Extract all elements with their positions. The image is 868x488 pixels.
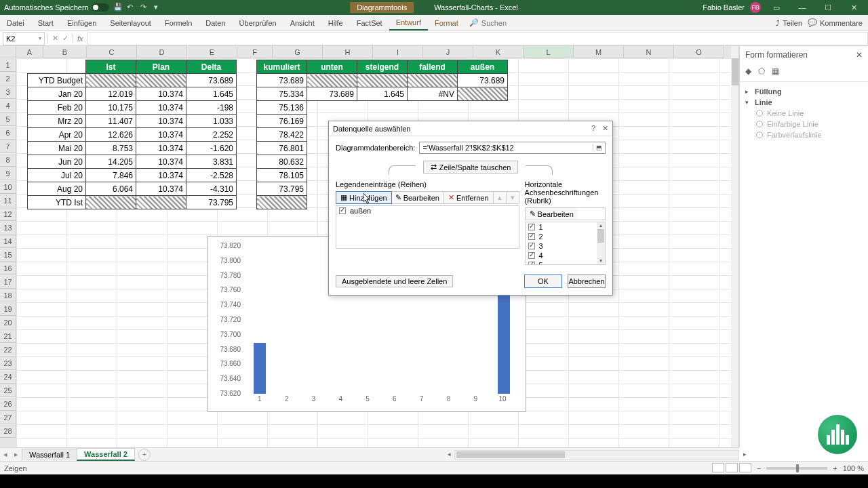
row-header[interactable]: 6: [0, 126, 16, 140]
column-header[interactable]: B: [43, 46, 87, 58]
tab-insert[interactable]: Einfügen: [60, 16, 103, 30]
pane-close-icon[interactable]: ✕: [856, 50, 863, 60]
switch-row-column-button[interactable]: ⇄ Zeile/Spalte tauschen: [423, 161, 519, 174]
edit-axis-button[interactable]: ✎Bearbeiten: [526, 208, 578, 220]
cancel-button[interactable]: Abbrechen: [568, 274, 606, 288]
column-header[interactable]: K: [473, 46, 524, 58]
tab-help[interactable]: Hilfe: [321, 16, 350, 30]
row-header[interactable]: 13: [0, 221, 16, 235]
row-header[interactable]: 10: [0, 180, 16, 194]
line-section[interactable]: ▾Linie: [745, 97, 863, 108]
column-header[interactable]: I: [373, 46, 423, 58]
row-header[interactable]: 28: [0, 424, 16, 438]
effects-icon[interactable]: ⬠: [758, 66, 765, 76]
close-icon[interactable]: ✕: [844, 1, 864, 14]
fx-icon[interactable]: fx: [73, 35, 87, 43]
range-picker-icon[interactable]: ⬒: [593, 144, 602, 151]
tab-format[interactable]: Format: [428, 16, 465, 30]
formula-bar[interactable]: [87, 32, 868, 45]
user-avatar[interactable]: FB: [750, 2, 761, 13]
ribbon-display-icon[interactable]: ▭: [766, 1, 787, 14]
name-box[interactable]: K2▾: [3, 32, 45, 45]
row-header[interactable]: 16: [0, 262, 16, 275]
size-icon[interactable]: ▦: [772, 66, 779, 76]
sheet-nav-next[interactable]: ▸: [11, 450, 22, 459]
maximize-icon[interactable]: ☐: [818, 1, 838, 14]
fill-section[interactable]: ▸Füllung: [745, 86, 863, 97]
checkbox[interactable]: [528, 262, 535, 265]
tab-formulas[interactable]: Formeln: [158, 16, 199, 30]
line-option-none[interactable]: Keine Linie: [745, 108, 863, 119]
tab-design[interactable]: Entwurf: [389, 16, 428, 30]
fill-line-icon[interactable]: ◆: [745, 66, 751, 76]
redo-icon[interactable]: ↷: [140, 3, 150, 12]
row-header[interactable]: 2: [0, 72, 16, 85]
row-header[interactable]: 9: [0, 167, 16, 180]
column-header[interactable]: L: [524, 46, 574, 58]
cancel-fx-icon[interactable]: ✕: [52, 34, 58, 43]
row-header[interactable]: 27: [0, 411, 16, 424]
checkbox[interactable]: [528, 233, 535, 240]
zoom-slider[interactable]: [766, 467, 827, 470]
tab-view[interactable]: Ansicht: [283, 16, 321, 30]
share-button[interactable]: ⤴Teilen: [776, 19, 802, 27]
row-header[interactable]: 22: [0, 343, 16, 357]
row-header[interactable]: 25: [0, 384, 16, 397]
column-header[interactable]: M: [574, 46, 624, 58]
search-box[interactable]: 🔎 Suchen: [469, 18, 507, 27]
new-sheet-button[interactable]: +: [138, 449, 151, 461]
tab-review[interactable]: Überprüfen: [233, 16, 283, 30]
column-header[interactable]: G: [273, 46, 323, 58]
undo-icon[interactable]: ↶: [127, 3, 136, 12]
dialog-close-icon[interactable]: ✕: [602, 124, 608, 133]
row-header[interactable]: 18: [0, 289, 16, 302]
sheet-nav-prev[interactable]: ◂: [0, 450, 11, 459]
row-header[interactable]: 23: [0, 357, 16, 370]
column-header[interactable]: E: [187, 46, 237, 58]
row-header[interactable]: 11: [0, 194, 16, 207]
view-buttons[interactable]: [711, 463, 751, 474]
row-header[interactable]: 26: [0, 397, 16, 411]
row-header[interactable]: 7: [0, 140, 16, 153]
move-down-button[interactable]: ▾: [507, 192, 519, 203]
row-header[interactable]: 3: [0, 85, 16, 99]
checkbox[interactable]: [528, 243, 535, 249]
column-header[interactable]: O: [674, 46, 724, 58]
hidden-empty-cells-button[interactable]: Ausgeblendete und leere Zellen: [336, 275, 453, 287]
line-option-gradient[interactable]: Farbverlaufslinie: [745, 129, 863, 140]
sheet-tab[interactable]: Wasserfall 2: [77, 448, 135, 461]
tab-file[interactable]: Datei: [0, 16, 31, 30]
column-header[interactable]: C: [87, 46, 137, 58]
autosave-toggle[interactable]: Automatisches Speichern: [4, 3, 109, 12]
qat-customize-icon[interactable]: ▾: [154, 3, 163, 12]
column-header[interactable]: N: [624, 46, 674, 58]
column-header[interactable]: H: [323, 46, 373, 58]
horizontal-scrollbar[interactable]: ◂▸: [454, 450, 739, 460]
checkbox[interactable]: [528, 252, 535, 259]
remove-series-button[interactable]: ✕Entfernen: [444, 192, 494, 203]
save-icon[interactable]: 💾: [113, 3, 123, 12]
zoom-out-button[interactable]: −: [757, 464, 761, 472]
tab-pagelayout[interactable]: Seitenlayout: [103, 16, 158, 30]
tab-home[interactable]: Start: [31, 16, 60, 30]
row-header[interactable]: 24: [0, 370, 16, 384]
tab-data[interactable]: Daten: [199, 16, 232, 30]
minimize-icon[interactable]: —: [792, 1, 812, 14]
row-header[interactable]: 21: [0, 329, 16, 343]
confirm-fx-icon[interactable]: ✓: [62, 34, 68, 43]
row-header[interactable]: 17: [0, 275, 16, 289]
row-header[interactable]: 12: [0, 207, 16, 221]
user-name[interactable]: Fabio Basler: [703, 3, 745, 12]
ok-button[interactable]: OK: [524, 274, 562, 288]
tab-factset[interactable]: FactSet: [350, 16, 389, 30]
zoom-in-button[interactable]: +: [833, 464, 837, 472]
sheet-tab[interactable]: Wasserfall 1: [22, 449, 77, 460]
checkbox[interactable]: [339, 207, 346, 214]
row-header[interactable]: 19: [0, 302, 16, 316]
select-all-corner[interactable]: [0, 46, 16, 58]
listbox-scrollbar[interactable]: ▴▾: [597, 222, 605, 264]
row-header[interactable]: 4: [0, 99, 16, 113]
row-header[interactable]: 15: [0, 248, 16, 262]
column-header[interactable]: F: [237, 46, 273, 58]
row-header[interactable]: 5: [0, 113, 16, 126]
